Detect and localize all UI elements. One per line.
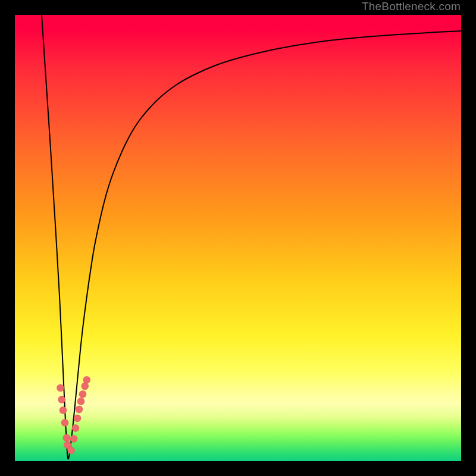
bottleneck-curve	[42, 15, 461, 459]
chart-svg	[15, 15, 461, 461]
data-point-dot	[72, 424, 79, 431]
data-point-dot	[77, 397, 84, 405]
data-point-dot	[67, 447, 74, 454]
chart-frame: TheBottleneck.com	[0, 0, 476, 476]
data-point-dot	[60, 406, 67, 414]
data-point-dot	[61, 419, 68, 426]
data-point-dot	[63, 434, 70, 441]
watermark-text: TheBottleneck.com	[362, 0, 461, 13]
data-point-dot	[70, 435, 77, 442]
data-point-dot	[74, 415, 81, 422]
data-point-dot	[76, 406, 83, 413]
data-point-dot	[58, 396, 65, 403]
data-point-dot	[79, 390, 86, 397]
data-point-dot	[57, 384, 64, 392]
plot-area	[15, 15, 461, 461]
data-point-dot	[83, 376, 90, 383]
